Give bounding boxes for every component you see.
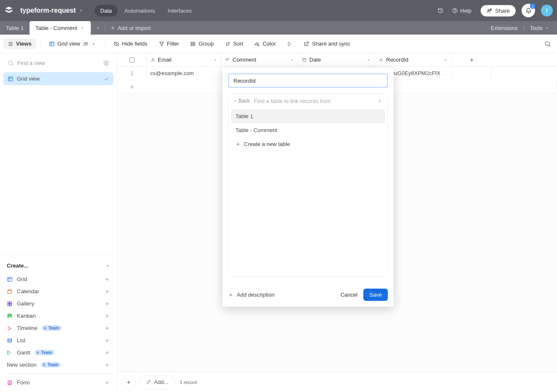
tab-data[interactable]: Data xyxy=(95,5,118,16)
tools-label: Tools xyxy=(530,25,543,31)
share-button[interactable]: Share xyxy=(481,5,516,16)
create-gallery[interactable]: Gallery xyxy=(3,297,114,310)
field-name-input[interactable] xyxy=(228,73,388,88)
create-toggle[interactable]: Create... xyxy=(3,258,114,273)
cancel-button[interactable]: Cancel xyxy=(335,289,363,301)
team-chip: Team xyxy=(42,325,62,331)
gear-icon[interactable] xyxy=(103,60,109,66)
add-column-button[interactable] xyxy=(452,53,491,66)
user-avatar[interactable]: I xyxy=(541,5,553,16)
plus-icon xyxy=(228,292,233,297)
link-table-panel: Back Find a table to link records from T… xyxy=(228,94,388,277)
svg-rect-28 xyxy=(303,58,306,62)
grid-bottom-bar: Add... 1 record xyxy=(117,372,557,392)
view-toolbar: Views Grid view Hide fields Filter Group… xyxy=(0,35,557,53)
add-or-import-button[interactable]: Add or import xyxy=(105,21,156,35)
plus-icon xyxy=(117,84,147,90)
help-label: Help xyxy=(460,8,472,14)
find-view-input[interactable]: Find a view xyxy=(3,57,114,70)
add-description-button[interactable]: Add description xyxy=(228,292,275,298)
wand-icon xyxy=(146,379,151,385)
group-button[interactable]: Group xyxy=(186,38,218,49)
view-item-label: Grid view xyxy=(17,76,40,82)
add-extra-button[interactable]: Add... xyxy=(139,375,175,389)
tab-automations[interactable]: Automations xyxy=(119,5,161,16)
sort-label: Sort xyxy=(233,41,243,47)
help-button[interactable]: Help xyxy=(449,8,475,14)
svg-point-9 xyxy=(259,45,260,46)
tab-interfaces[interactable]: Interfaces xyxy=(162,5,197,16)
svg-rect-21 xyxy=(9,314,10,316)
chevron-down-icon xyxy=(366,57,371,62)
column-label: Date xyxy=(309,57,321,63)
close-button[interactable] xyxy=(376,97,383,104)
create-new-section-label: New section xyxy=(7,362,37,368)
create-kanban[interactable]: Kanban xyxy=(3,310,114,322)
team-chip: Team xyxy=(35,350,54,355)
column-header-email[interactable]: Email xyxy=(147,53,222,66)
svg-point-23 xyxy=(44,327,45,328)
chevron-down-icon xyxy=(443,57,448,62)
list-icon xyxy=(7,338,13,343)
current-view-button[interactable]: Grid view xyxy=(45,38,100,49)
filter-button[interactable]: Filter xyxy=(154,38,184,49)
svg-point-11 xyxy=(9,61,13,65)
svg-rect-17 xyxy=(10,302,12,303)
gallery-icon xyxy=(7,301,13,307)
column-label: Email xyxy=(158,57,172,63)
column-label: Comment xyxy=(233,57,256,63)
create-calendar[interactable]: Calendar xyxy=(3,285,114,297)
chevron-down-icon xyxy=(80,25,85,30)
create-timeline[interactable]: Timeline Team xyxy=(3,322,114,334)
table-tab-2[interactable]: Table - Comment xyxy=(30,21,91,35)
plus-icon xyxy=(104,289,110,295)
add-record-button[interactable] xyxy=(122,375,136,389)
form-icon xyxy=(7,380,13,386)
longtext-icon xyxy=(225,57,230,62)
color-button[interactable]: Color xyxy=(250,38,280,49)
cell-email[interactable]: cs@example.com xyxy=(147,67,222,80)
svg-point-2 xyxy=(488,9,489,11)
link-table-search-placeholder[interactable]: Find a table to link records from xyxy=(252,98,374,104)
column-header-recordid[interactable]: RecordId xyxy=(375,53,452,66)
column-header-comment[interactable]: Comment xyxy=(222,53,298,66)
save-button[interactable]: Save xyxy=(363,289,388,301)
table-tab-1[interactable]: Table 1 xyxy=(0,21,30,35)
row-number: 1 xyxy=(117,67,147,80)
svg-point-10 xyxy=(546,41,549,45)
share-sync-button[interactable]: Share and sync xyxy=(299,38,354,49)
table-tabs-more[interactable] xyxy=(91,21,105,35)
history-button[interactable] xyxy=(435,5,446,16)
grid-icon xyxy=(8,76,14,82)
select-all-checkbox[interactable] xyxy=(117,53,147,66)
app-bar: typeform-request Data Automations Interf… xyxy=(0,0,557,21)
create-gantt[interactable]: Gantt Team xyxy=(3,346,114,359)
plus-icon xyxy=(104,338,110,343)
create-kanban-label: Kanban xyxy=(17,313,36,319)
sort-button[interactable]: Sort xyxy=(221,38,248,49)
view-item-grid[interactable]: Grid view xyxy=(3,72,114,85)
row-height-button[interactable] xyxy=(282,39,297,49)
column-header-date[interactable]: Date xyxy=(298,53,375,66)
create-list[interactable]: List xyxy=(3,334,114,346)
top-nav-tabs: Data Automations Interfaces xyxy=(95,5,198,16)
search-button[interactable] xyxy=(542,38,554,50)
extensions-button[interactable]: Extensions xyxy=(488,25,520,31)
views-toggle-button[interactable]: Views xyxy=(3,38,36,49)
link-option-table-comment[interactable]: Table - Comment xyxy=(231,123,385,137)
create-new-table-button[interactable]: Create a new table xyxy=(231,137,385,151)
base-name-dropdown[interactable]: typeform-request xyxy=(18,5,86,16)
tools-button[interactable]: Tools xyxy=(527,25,552,31)
create-grid[interactable]: Grid xyxy=(3,273,114,285)
plus-icon xyxy=(104,301,110,307)
link-option-table-1[interactable]: Table 1 xyxy=(231,109,385,123)
notifications-wrap: 1 xyxy=(522,4,535,17)
back-button[interactable]: Back xyxy=(233,98,250,104)
gantt-icon xyxy=(7,350,13,356)
create-section: Create... Grid Calendar Gallery Kanban xyxy=(3,254,114,389)
views-sidebar: Find a view Grid view Create... xyxy=(0,53,117,392)
create-form[interactable]: Form xyxy=(3,376,114,389)
hide-fields-button[interactable]: Hide fields xyxy=(109,38,152,49)
create-new-section[interactable]: New section Team xyxy=(3,359,114,371)
plus-icon xyxy=(104,325,110,331)
